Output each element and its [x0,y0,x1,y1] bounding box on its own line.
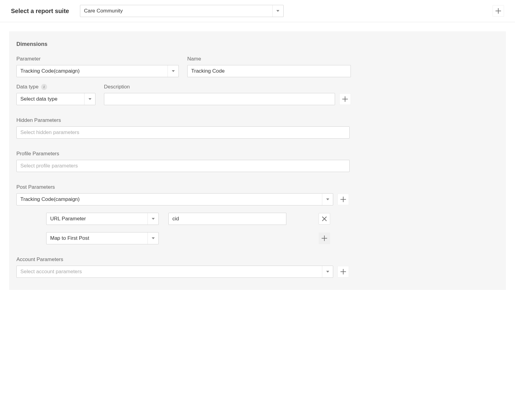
report-suite-bar: Select a report suite Care Community [0,0,515,22]
add-account-param-button[interactable] [337,266,349,277]
plus-icon [340,269,346,274]
chevron-down-icon [147,213,158,225]
add-post-map-button[interactable] [319,232,330,244]
post-map-select[interactable]: Map to First Post [46,232,159,244]
description-input-wrap [104,93,335,105]
name-label: Name [187,56,351,62]
post-map-value: Map to First Post [50,235,89,241]
plus-icon [496,8,501,14]
report-suite-value: Care Community [84,8,123,14]
hidden-params-input-wrap [16,126,350,139]
plus-icon [340,197,346,202]
chevron-down-icon [147,232,158,244]
post-param-rule-row: URL Parameter [46,213,499,225]
chevron-down-icon [84,93,95,105]
parameter-label: Parameter [16,56,179,62]
name-input-wrap [187,65,351,77]
close-icon [322,216,327,222]
hidden-params-label: Hidden Parameters [16,117,499,123]
add-dimension-button[interactable] [339,93,351,105]
chevron-down-icon [272,5,283,17]
datatype-select[interactable]: Select data type [16,93,95,105]
name-input[interactable] [191,68,347,74]
dimensions-title: Dimensions [16,41,499,47]
add-suite-button[interactable] [493,5,504,17]
profile-params-label: Profile Parameters [16,151,499,157]
datatype-label-text: Data type [16,84,39,90]
description-label: Description [104,84,351,90]
report-suite-label: Select a report suite [11,8,69,15]
parameter-select[interactable]: Tracking Code(campaign) [16,65,179,77]
chevron-down-icon [322,194,333,205]
post-params-value: Tracking Code(campaign) [20,196,80,202]
post-rule-value-wrap [168,213,286,225]
parameter-value: Tracking Code(campaign) [20,68,80,74]
chevron-down-icon [322,266,333,277]
account-params-placeholder: Select account parameters [20,269,82,275]
remove-post-rule-button[interactable] [319,213,330,225]
post-params-select[interactable]: Tracking Code(campaign) [16,193,333,205]
account-params-select[interactable]: Select account parameters [16,266,333,278]
post-params-label: Post Parameters [16,184,499,190]
report-suite-select[interactable]: Care Community [80,5,283,17]
profile-params-input[interactable] [20,163,346,169]
chevron-down-icon [168,65,178,77]
datatype-label: Data type i [16,84,95,90]
add-post-param-button[interactable] [337,194,349,205]
hidden-params-input[interactable] [20,129,346,136]
plus-icon [322,236,327,241]
post-param-map-row: Map to First Post [46,232,499,244]
profile-params-input-wrap [16,160,350,172]
description-input[interactable] [108,96,331,102]
datatype-value: Select data type [20,96,57,102]
plus-icon [342,96,348,102]
post-rule-value-input[interactable] [172,216,282,222]
account-params-label: Account Parameters [16,256,499,263]
dimensions-panel: Dimensions Parameter Tracking Code(campa… [9,31,506,290]
info-icon[interactable]: i [41,84,47,90]
post-rule-type-select[interactable]: URL Parameter [46,213,159,225]
post-rule-type-value: URL Parameter [50,216,86,222]
